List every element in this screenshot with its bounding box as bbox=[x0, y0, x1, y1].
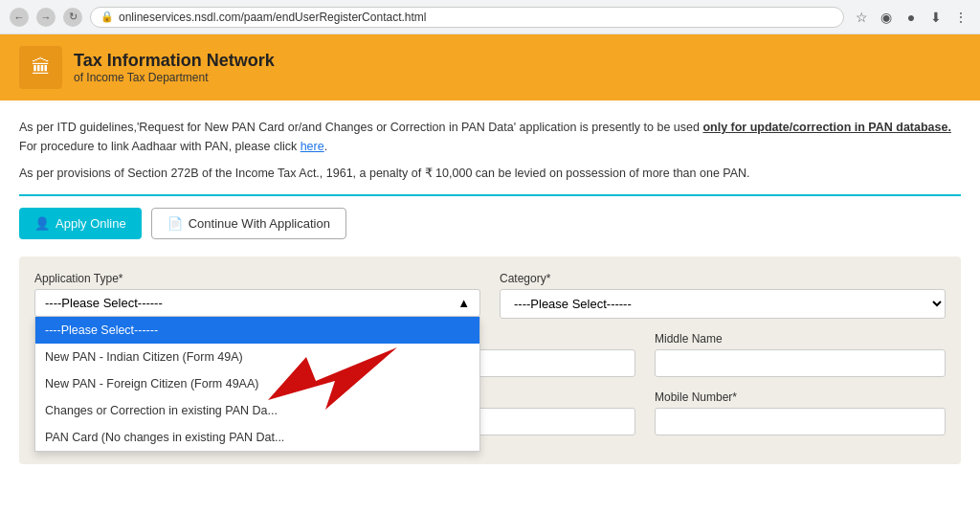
category-label: Category* bbox=[500, 272, 946, 285]
apply-online-button[interactable]: 👤 Apply Online bbox=[19, 208, 142, 239]
middle-name-group: Middle Name bbox=[655, 332, 946, 377]
logo: 🏛 bbox=[19, 46, 62, 89]
dropdown-options-list: ----Please Select------ New PAN - Indian… bbox=[34, 317, 480, 452]
dropdown-option-0[interactable]: ----Please Select------ bbox=[35, 317, 479, 344]
forward-button[interactable]: → bbox=[36, 8, 56, 27]
mobile-input[interactable] bbox=[655, 408, 946, 435]
bookmark-icon[interactable]: ☆ bbox=[852, 8, 871, 27]
notice-2: As per provisions of Section 272B of the… bbox=[19, 164, 961, 183]
application-type-dropdown-wrapper: ----Please Select------ ▲ ----Please Sel… bbox=[34, 289, 480, 317]
middle-name-label: Middle Name bbox=[655, 332, 946, 346]
profile-icon[interactable]: ● bbox=[902, 8, 921, 27]
action-buttons: 👤 Apply Online 📄 Continue With Applicati… bbox=[19, 208, 961, 239]
browser-toolbar: ← → ↻ 🔒 onlineservices.nsdl.com/paam/end… bbox=[0, 0, 980, 34]
document-icon: 📄 bbox=[167, 216, 183, 231]
form-section: Application Type* ----Please Select-----… bbox=[19, 256, 961, 464]
person-icon: 👤 bbox=[34, 216, 50, 231]
here-link[interactable]: here bbox=[301, 140, 324, 153]
url-text: onlineservices.nsdl.com/paam/endUserRegi… bbox=[119, 11, 426, 24]
address-bar[interactable]: 🔒 onlineservices.nsdl.com/paam/endUserRe… bbox=[90, 7, 844, 28]
application-type-group: Application Type* ----Please Select-----… bbox=[34, 272, 480, 319]
site-title: Tax Information Network bbox=[74, 51, 275, 71]
category-group: Category* ----Please Select------ bbox=[500, 272, 946, 319]
back-button[interactable]: ← bbox=[10, 8, 29, 27]
application-type-dropdown[interactable]: ----Please Select------ ▲ bbox=[34, 289, 480, 317]
dropdown-option-3[interactable]: Changes or Correction in existing PAN Da… bbox=[35, 397, 479, 424]
notice-1: As per ITD guidelines,'Request for New P… bbox=[19, 118, 961, 156]
category-select[interactable]: ----Please Select------ bbox=[500, 289, 946, 319]
application-type-label: Application Type* bbox=[34, 272, 480, 285]
header-text: Tax Information Network of Income Tax De… bbox=[74, 51, 275, 84]
middle-name-input[interactable] bbox=[655, 349, 946, 377]
download-icon[interactable]: ⬇ bbox=[926, 8, 946, 27]
dropdown-option-2[interactable]: New PAN - Foreign Citizen (Form 49AA) bbox=[35, 370, 479, 397]
site-subtitle: of Income Tax Department bbox=[74, 71, 275, 84]
dropdown-option-1[interactable]: New PAN - Indian Citizen (Form 49A) bbox=[35, 344, 479, 370]
dropdown-option-4[interactable]: PAN Card (No changes in existing PAN Dat… bbox=[35, 424, 479, 451]
continue-application-button[interactable]: 📄 Continue With Application bbox=[151, 208, 346, 239]
extension-icon[interactable]: ◉ bbox=[877, 8, 896, 27]
form-row-1: Application Type* ----Please Select-----… bbox=[34, 272, 946, 319]
logo-icon: 🏛 bbox=[32, 56, 51, 78]
site-header: 🏛 Tax Information Network of Income Tax … bbox=[0, 34, 980, 100]
lock-icon: 🔒 bbox=[100, 11, 114, 23]
divider bbox=[19, 194, 961, 196]
refresh-button[interactable]: ↻ bbox=[63, 8, 82, 27]
mobile-group: Mobile Number* bbox=[655, 390, 946, 435]
mobile-label: Mobile Number* bbox=[655, 390, 946, 404]
form-section-wrapper: Application Type* ----Please Select-----… bbox=[19, 256, 961, 464]
menu-icon[interactable]: ⋮ bbox=[951, 8, 970, 27]
main-content: As per ITD guidelines,'Request for New P… bbox=[0, 100, 980, 481]
chevron-up-icon: ▲ bbox=[457, 296, 470, 310]
